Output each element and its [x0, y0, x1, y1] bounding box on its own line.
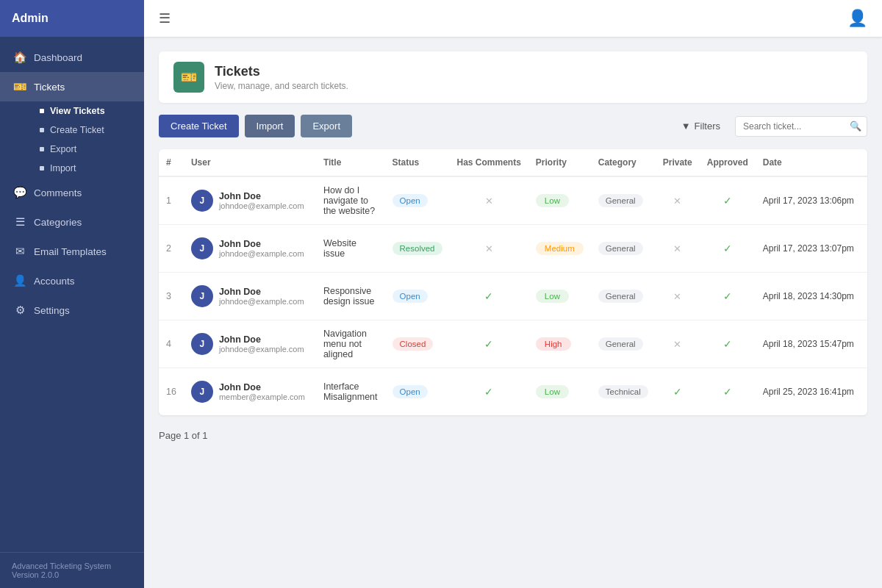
filter-label: Filters: [695, 121, 720, 132]
row-title: Website issue: [316, 225, 385, 273]
row-id: 4: [159, 320, 184, 368]
sidebar-item-email-templates[interactable]: ✉ Email Templates: [0, 237, 144, 266]
user-name: John Doe: [219, 191, 304, 201]
app-title: Admin: [12, 12, 49, 25]
status-badge: Open: [392, 290, 428, 303]
table-row: 3 J John Doe johndoe@example.com Respons…: [159, 273, 867, 320]
row-status: Resolved: [385, 225, 450, 273]
avatar: J: [191, 237, 213, 259]
sidebar-sub-create-ticket[interactable]: Create Ticket: [32, 121, 144, 140]
page-header: 🎫 Tickets View, manage, and search ticke…: [159, 51, 867, 103]
status-badge: Open: [392, 385, 428, 398]
email-icon: ✉: [13, 245, 26, 258]
row-user: J John Doe johndoe@example.com: [184, 273, 316, 320]
row-user: J John Doe johndoe@example.com: [184, 320, 316, 368]
row-id: 2: [159, 225, 184, 273]
col-date: Date: [756, 149, 861, 176]
row-actions: View Edit Delete: [861, 176, 867, 225]
user-email: johndoe@example.com: [219, 201, 304, 210]
col-status: Status: [385, 149, 450, 176]
sidebar-item-accounts[interactable]: 👤 Accounts: [0, 266, 144, 295]
row-approved: ✓: [700, 320, 756, 368]
row-priority: Low: [528, 368, 591, 416]
private-cross: ✕: [673, 196, 681, 207]
category-badge: General: [598, 337, 643, 351]
row-user: J John Doe member@example.com: [184, 368, 316, 416]
priority-badge: High: [536, 337, 571, 351]
row-approved: ✓: [700, 225, 756, 273]
col-private: Private: [656, 149, 700, 176]
search-input[interactable]: [735, 116, 867, 137]
tickets-table-container: # User Title Status Has Comments Priorit…: [159, 149, 867, 415]
category-badge: General: [598, 194, 643, 207]
avatar: J: [191, 190, 213, 212]
sidebar-item-label: Settings: [34, 305, 70, 316]
import-button[interactable]: Import: [245, 115, 295, 137]
table-row: 2 J John Doe johndoe@example.com Website…: [159, 225, 867, 273]
sidebar-item-label: Accounts: [34, 276, 75, 287]
row-id: 3: [159, 273, 184, 320]
user-info: John Doe johndoe@example.com: [219, 334, 304, 354]
page-icon: 🎫: [173, 62, 204, 93]
topbar: ☰ 👤: [144, 0, 882, 37]
category-badge: Technical: [598, 385, 648, 398]
sub-item-label: View Tickets: [50, 106, 105, 116]
approved-check: ✓: [723, 338, 732, 350]
row-title: Navigation menu not aligned: [316, 320, 385, 368]
priority-badge: Low: [536, 385, 569, 398]
export-button[interactable]: Export: [301, 115, 352, 137]
row-priority: Low: [528, 176, 591, 225]
search-box: 🔍: [735, 116, 867, 137]
sidebar-item-dashboard[interactable]: 🏠 Dashboard: [0, 43, 144, 72]
avatar: J: [191, 333, 213, 355]
priority-badge: Medium: [536, 242, 584, 255]
table-header: # User Title Status Has Comments Priorit…: [159, 149, 867, 176]
sidebar-item-label: Categories: [34, 217, 82, 228]
user-profile-button[interactable]: 👤: [847, 9, 867, 28]
user-name: John Doe: [219, 287, 304, 297]
user-email: member@example.com: [219, 392, 305, 401]
filter-button[interactable]: ▼ Filters: [673, 115, 729, 137]
col-title: Title: [316, 149, 385, 176]
table-row: 16 J John Doe member@example.com Interfa…: [159, 368, 867, 416]
col-actions: Actions: [861, 149, 867, 176]
bullet-icon: [40, 147, 44, 151]
sidebar-item-tickets[interactable]: 🎫 Tickets: [0, 72, 144, 101]
row-category: General: [591, 273, 656, 320]
approved-check: ✓: [723, 290, 732, 302]
tickets-icon: 🎫: [13, 80, 26, 93]
sidebar-item-categories[interactable]: ☰ Categories: [0, 207, 144, 237]
row-title: Responsive design issue: [316, 273, 385, 320]
page-header-text: Tickets View, manage, and search tickets…: [215, 64, 348, 91]
toolbar: Create Ticket Import Export ▼ Filters 🔍: [159, 115, 867, 137]
page-title: Tickets: [215, 64, 348, 79]
pagination-label: Page 1 of 1: [159, 430, 208, 441]
row-has-comments: ✕: [450, 225, 528, 273]
dashboard-icon: 🏠: [13, 51, 26, 64]
sidebar-sub-view-tickets[interactable]: View Tickets: [32, 101, 144, 121]
sidebar-navigation: 🏠 Dashboard 🎫 Tickets View Tickets Creat…: [0, 37, 144, 552]
col-number: #: [159, 149, 184, 176]
has-comments-check: ✓: [484, 386, 493, 398]
row-priority: Low: [528, 273, 591, 320]
row-has-comments: ✓: [450, 368, 528, 416]
sidebar-sub-export[interactable]: Export: [32, 140, 144, 159]
create-ticket-button[interactable]: Create Ticket: [159, 115, 239, 137]
has-comments-cross: ✕: [485, 243, 493, 254]
content-area: 🎫 Tickets View, manage, and search ticke…: [144, 37, 882, 588]
sidebar-sub-import[interactable]: Import: [32, 159, 144, 178]
approved-check: ✓: [723, 195, 732, 207]
main-area: ☰ 👤 🎫 Tickets View, manage, and search t…: [144, 0, 882, 588]
sub-item-label: Export: [50, 144, 76, 154]
row-category: Technical: [591, 368, 656, 416]
sidebar-item-comments[interactable]: 💬 Comments: [0, 178, 144, 207]
tickets-table: # User Title Status Has Comments Priorit…: [159, 149, 867, 415]
row-actions: View Edit Delete: [861, 273, 867, 320]
row-user: J John Doe johndoe@example.com: [184, 225, 316, 273]
sidebar-item-settings[interactable]: ⚙ Settings: [0, 295, 144, 325]
row-private: ✕: [656, 320, 700, 368]
hamburger-button[interactable]: ☰: [159, 10, 171, 26]
version-number: Version 2.0.0: [12, 570, 132, 579]
priority-badge: Low: [536, 194, 569, 207]
col-user: User: [184, 149, 316, 176]
